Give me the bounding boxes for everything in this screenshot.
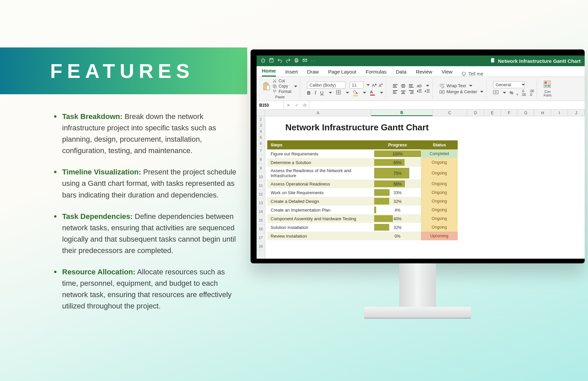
row-header[interactable]: 8 bbox=[257, 155, 265, 164]
table-row[interactable]: Create an Implementation Plan4%Ongoing bbox=[267, 206, 458, 214]
cell-status[interactable]: Ongoing bbox=[421, 206, 458, 214]
row-header[interactable]: 14 bbox=[257, 207, 265, 216]
row-header[interactable]: 15 bbox=[257, 216, 265, 225]
col-header-b[interactable]: B bbox=[371, 110, 432, 116]
align-right-icon[interactable] bbox=[409, 90, 414, 94]
align-bottom-icon[interactable] bbox=[409, 84, 414, 88]
conditional-formatting-icon[interactable] bbox=[544, 81, 551, 89]
cell-progress[interactable]: 65% bbox=[374, 158, 421, 167]
cell-progress[interactable]: 40% bbox=[374, 214, 421, 223]
row-header[interactable]: 4 bbox=[257, 128, 265, 134]
table-row[interactable]: Assess Operational Readiness66%Ongoing bbox=[267, 179, 458, 188]
col-header-c[interactable]: C bbox=[433, 110, 467, 116]
col-header-g[interactable]: G bbox=[518, 110, 534, 116]
comma-button[interactable]: , bbox=[517, 90, 518, 96]
paste-icon[interactable] bbox=[263, 82, 271, 90]
row-header[interactable]: 2 bbox=[257, 116, 265, 122]
row-header[interactable]: 10 bbox=[257, 172, 265, 181]
increase-font-icon[interactable]: A▴ bbox=[372, 82, 377, 88]
col-header-j[interactable]: J bbox=[568, 110, 585, 116]
cell-step[interactable]: Solution Installation bbox=[267, 223, 374, 232]
row-header[interactable]: 6 bbox=[257, 140, 265, 146]
align-center-icon[interactable] bbox=[401, 90, 406, 94]
merge-center-button[interactable]: Merge & Center bbox=[439, 89, 484, 94]
cut-button[interactable]: Cut bbox=[273, 79, 297, 83]
cell-step[interactable]: Assess the Readiness of the Network and … bbox=[267, 167, 374, 179]
italic-button[interactable]: I bbox=[314, 90, 316, 96]
cell-progress[interactable]: 32% bbox=[374, 197, 421, 206]
currency-button[interactable] bbox=[493, 90, 498, 96]
cell-step[interactable]: Create an Implementation Plan bbox=[267, 206, 374, 214]
tab-data[interactable]: Data bbox=[396, 69, 407, 77]
font-name-select[interactable]: Calibri (Body) bbox=[307, 82, 345, 89]
cell-status[interactable]: Ongoing bbox=[421, 188, 458, 197]
cancel-icon[interactable]: ✕ bbox=[287, 103, 290, 108]
table-row[interactable]: Assess the Readiness of the Network and … bbox=[267, 167, 458, 179]
cell-progress[interactable]: 75% bbox=[374, 167, 421, 179]
cell-status[interactable]: Ongoing bbox=[421, 223, 458, 232]
cell-status[interactable]: Ongoing bbox=[421, 167, 458, 179]
cell-progress[interactable]: 33% bbox=[374, 188, 421, 197]
cell-progress[interactable]: 32% bbox=[374, 223, 421, 232]
formula-input[interactable] bbox=[309, 101, 585, 109]
col-header-a[interactable]: A bbox=[265, 110, 371, 116]
decrease-font-icon[interactable]: A▾ bbox=[379, 82, 383, 88]
cell-step[interactable]: Assess Operational Readiness bbox=[267, 179, 374, 188]
row-header[interactable]: 17 bbox=[257, 233, 265, 242]
col-header-f[interactable]: F bbox=[501, 110, 518, 116]
more-icon[interactable]: ··· bbox=[311, 58, 316, 63]
tab-review[interactable]: Review bbox=[416, 69, 432, 77]
cell-status[interactable]: Ongoing bbox=[421, 158, 458, 167]
border-button[interactable] bbox=[336, 90, 341, 96]
tab-draw[interactable]: Draw bbox=[307, 69, 319, 77]
format-painter-button[interactable]: Format bbox=[273, 89, 297, 94]
table-row[interactable]: Create a Detailed Design32%Ongoing bbox=[267, 197, 458, 206]
col-header-d[interactable]: D bbox=[467, 110, 484, 116]
wrap-text-button[interactable]: Wrap Text bbox=[439, 83, 484, 88]
bold-button[interactable]: B bbox=[307, 90, 310, 96]
name-box[interactable]: B153 bbox=[257, 101, 284, 109]
row-header[interactable]: 16 bbox=[257, 225, 265, 233]
cell-status[interactable]: Completed bbox=[421, 149, 458, 158]
col-header-e[interactable]: E bbox=[484, 110, 501, 116]
print-icon[interactable] bbox=[294, 58, 299, 64]
fx-icon[interactable]: fx bbox=[303, 103, 306, 108]
tab-page-layout[interactable]: Page Layout bbox=[328, 69, 356, 77]
increase-decimal-button[interactable]: .0.00 bbox=[522, 89, 526, 97]
align-left-icon[interactable] bbox=[393, 90, 398, 94]
decrease-indent-icon[interactable] bbox=[417, 89, 422, 94]
row-header[interactable]: 7 bbox=[257, 146, 265, 155]
cell-step[interactable]: Determine a Solution bbox=[267, 158, 374, 167]
save-icon[interactable] bbox=[269, 58, 274, 64]
cell-progress[interactable]: 0% bbox=[374, 232, 421, 240]
cell-step[interactable]: Review Installation bbox=[267, 232, 374, 240]
row-header[interactable]: 3 bbox=[257, 122, 265, 128]
cell-status[interactable]: Ongoing bbox=[421, 179, 458, 188]
col-header-i[interactable]: I bbox=[551, 110, 568, 116]
font-color-button[interactable]: A bbox=[370, 90, 375, 96]
underline-button[interactable]: U bbox=[320, 90, 323, 96]
home-icon[interactable] bbox=[261, 58, 266, 64]
table-row[interactable]: Figure out Requirements100%Completed bbox=[267, 149, 458, 158]
decrease-decimal-button[interactable]: .00.0 bbox=[529, 89, 534, 97]
cell-status[interactable]: Ongoing bbox=[421, 197, 458, 206]
percent-button[interactable]: % bbox=[509, 91, 513, 95]
tab-insert[interactable]: Insert bbox=[285, 69, 298, 77]
cell-progress[interactable]: 66% bbox=[374, 179, 421, 188]
row-header[interactable]: 11 bbox=[257, 181, 265, 190]
undo-icon[interactable] bbox=[277, 58, 282, 64]
row-header[interactable]: 18 bbox=[257, 242, 265, 251]
tab-formulas[interactable]: Formulas bbox=[365, 69, 387, 77]
orientation-icon[interactable]: ab bbox=[417, 83, 422, 88]
sheet-area[interactable]: Network Infrastructure Gantt Chart Steps… bbox=[265, 116, 585, 259]
redo-icon[interactable] bbox=[286, 58, 291, 64]
table-row[interactable]: Determine a Solution65%Ongoing bbox=[267, 158, 458, 167]
col-header-h[interactable]: H bbox=[534, 110, 551, 116]
tell-me[interactable]: Tell me bbox=[462, 71, 483, 77]
enter-icon[interactable]: ✓ bbox=[295, 103, 298, 108]
increase-indent-icon[interactable] bbox=[425, 89, 430, 94]
row-header[interactable]: 9 bbox=[257, 164, 265, 172]
table-row[interactable]: Solution Installation32%Ongoing bbox=[267, 223, 458, 232]
row-header[interactable]: 12 bbox=[257, 190, 265, 199]
cell-status[interactable]: Ongoing bbox=[421, 214, 458, 223]
